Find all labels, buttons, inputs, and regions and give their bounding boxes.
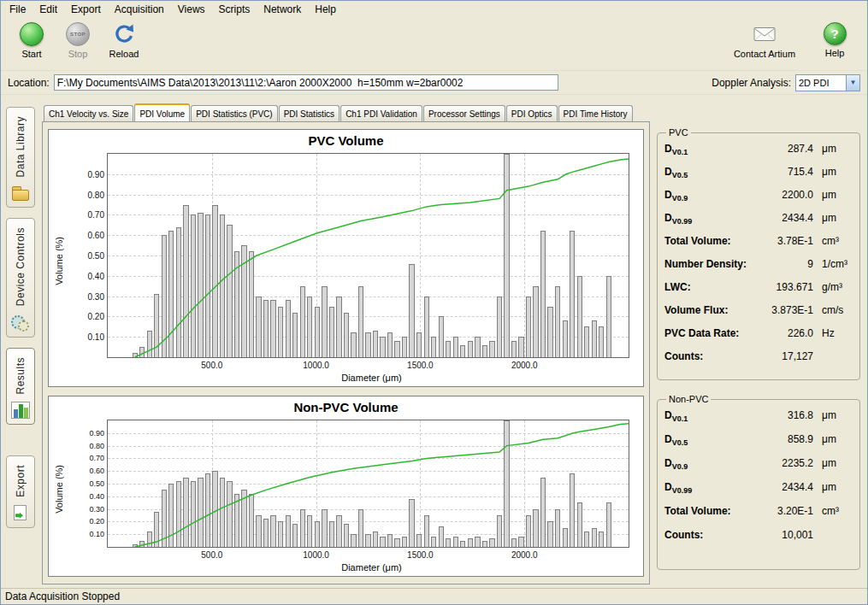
tab[interactable]: PDI Optics xyxy=(506,105,558,121)
sidebar-item-label: Export xyxy=(15,465,27,497)
sidebar-item[interactable]: Results xyxy=(6,348,35,426)
stat-unit: cm³ xyxy=(813,235,853,247)
stat-unit: g/m³ xyxy=(813,281,853,293)
x-tick-label: 500.0 xyxy=(186,550,238,560)
y-tick-label: 0.80 xyxy=(68,442,104,450)
menu-item[interactable]: Network xyxy=(257,2,308,17)
contact-artium-button[interactable]: Contact Artium xyxy=(730,22,799,59)
stat-value: 9 xyxy=(760,258,813,270)
tab[interactable]: PDI Volume xyxy=(134,103,190,121)
reload-icon xyxy=(112,22,136,46)
y-tick-label: 0.90 xyxy=(68,170,104,179)
stat-label: Number Density: xyxy=(664,258,760,272)
sidebar-item-label: Data Library xyxy=(15,116,27,177)
tab[interactable]: Processor Settings xyxy=(423,105,505,121)
help-label: Help xyxy=(825,48,845,58)
cumulative-volume-line xyxy=(108,154,629,357)
stat-row: DV0.99 2434.4 μm xyxy=(664,481,853,505)
stat-label: Counts: xyxy=(664,350,760,364)
x-axis-label: Diameter (μm) xyxy=(52,562,640,576)
stat-label: DV0.1 xyxy=(664,143,760,156)
stat-label: DV0.99 xyxy=(664,212,760,226)
toolbar-right-group: Contact Artium ? Help xyxy=(730,22,859,59)
sidebar-item[interactable]: Export xyxy=(6,455,35,528)
tab[interactable]: Ch1 PDI Validation xyxy=(340,105,422,121)
y-tick-label: 0.40 xyxy=(68,492,104,501)
stat-row: DV0.99 2434.4 μm xyxy=(664,212,853,235)
menu-item[interactable]: Help xyxy=(308,2,343,17)
stat-unit: cm³ xyxy=(813,505,853,517)
location-input[interactable] xyxy=(54,74,558,91)
stat-row: PVC Data Rate: 226.0 Hz xyxy=(664,327,853,350)
sidebar: Data Library Device Controls Results Exp… xyxy=(1,95,40,588)
content-area: Ch1 Velocity vs. Size PDI Volume PDI Sta… xyxy=(40,95,653,588)
menu-item[interactable]: Edit xyxy=(32,2,64,17)
reload-button[interactable]: Reload xyxy=(102,22,146,59)
sidebar-item[interactable]: Data Library xyxy=(6,107,35,208)
stat-label: LWC: xyxy=(664,281,760,295)
non-pvc-volume-chart: Non-PVC Volume Volume (%) 0.100.200.300.… xyxy=(48,396,644,577)
menu-item[interactable]: Scripts xyxy=(212,2,257,17)
non-pvc-groupbox-title: Non-PVC xyxy=(666,394,711,404)
x-tick-label: 1500.0 xyxy=(394,550,446,560)
stop-icon: STOP xyxy=(66,22,90,46)
status-bar: Data Acquisition Stopped xyxy=(1,588,867,604)
stat-unit: μm xyxy=(813,189,853,201)
tab[interactable]: PDI Time History xyxy=(558,105,633,121)
menu-item[interactable]: Views xyxy=(171,2,212,17)
x-tick-label: 1500.0 xyxy=(394,361,446,370)
pvc-groupbox: PVC DV0.1 287.4 μm DV0.5 715.4 μm xyxy=(657,127,860,380)
stat-value: 226.0 xyxy=(760,327,813,339)
y-tick-label: 0.30 xyxy=(68,505,104,514)
plot-area: 0.100.200.300.400.500.600.700.800.90500.… xyxy=(107,153,629,358)
stat-value: 3.20E-1 xyxy=(760,505,813,517)
stat-unit: μm xyxy=(813,143,853,155)
y-tick-label: 0.10 xyxy=(68,530,104,538)
stat-unit: μm xyxy=(813,481,853,493)
stat-label: Total Volume: xyxy=(664,235,760,249)
stat-unit: 1/cm³ xyxy=(813,258,853,270)
stat-value: 858.9 xyxy=(760,433,813,445)
stat-value: 10,001 xyxy=(760,529,813,541)
contact-artium-label: Contact Artium xyxy=(734,49,795,59)
stat-row: Counts: 17,127 xyxy=(664,350,853,373)
menu-item[interactable]: File xyxy=(3,2,32,17)
tab[interactable]: PDI Statistics xyxy=(279,105,340,121)
stat-row: Total Volume: 3.78E-1 cm³ xyxy=(664,235,853,258)
tab[interactable]: PDI Statistics (PVC) xyxy=(191,105,277,121)
stat-label: PVC Data Rate: xyxy=(664,327,760,341)
stop-button[interactable]: STOP Stop xyxy=(56,22,100,59)
stat-row: Total Volume: 3.20E-1 cm³ xyxy=(664,505,853,529)
stat-row: DV0.9 2235.2 μm xyxy=(664,457,853,481)
stat-value: 287.4 xyxy=(760,143,813,155)
stat-unit: cm/s xyxy=(813,304,853,316)
stat-label: Volume Flux: xyxy=(664,304,760,318)
stat-value: 2235.2 xyxy=(760,457,813,469)
chevron-down-icon[interactable]: ▼ xyxy=(846,75,859,91)
reload-label: Reload xyxy=(109,49,139,59)
menu-item[interactable]: Export xyxy=(64,2,108,17)
sidebar-item[interactable]: Device Controls xyxy=(6,218,35,337)
menu-item[interactable]: Acquisition xyxy=(108,2,171,17)
location-label: Location: xyxy=(8,77,50,89)
help-icon: ? xyxy=(824,22,847,45)
chart-icon xyxy=(11,402,30,419)
stop-label: Stop xyxy=(68,49,88,59)
tab[interactable]: Ch1 Velocity vs. Size xyxy=(44,105,133,121)
stat-value: 715.4 xyxy=(760,166,813,178)
start-button[interactable]: Start xyxy=(9,22,54,59)
stat-row: Volume Flux: 3.873E-1 cm/s xyxy=(664,304,853,327)
x-tick-label: 1000.0 xyxy=(291,361,342,370)
stat-row: DV0.1 287.4 μm xyxy=(664,143,853,166)
x-tick-label: 2000.0 xyxy=(499,361,550,370)
help-button[interactable]: ? Help xyxy=(812,22,857,59)
y-tick-label: 0.60 xyxy=(68,231,104,240)
stat-row: LWC: 193.671 g/m³ xyxy=(664,281,853,304)
y-tick-label: 0.90 xyxy=(68,429,104,438)
x-tick-label: 500.0 xyxy=(186,361,238,370)
stat-label: DV0.9 xyxy=(664,189,760,203)
doppler-analysis-select[interactable]: 2D PDI ▼ xyxy=(795,74,860,91)
y-tick-label: 0.20 xyxy=(68,517,104,526)
stat-value: 3.78E-1 xyxy=(760,235,813,247)
y-tick-label: 0.40 xyxy=(68,272,104,281)
